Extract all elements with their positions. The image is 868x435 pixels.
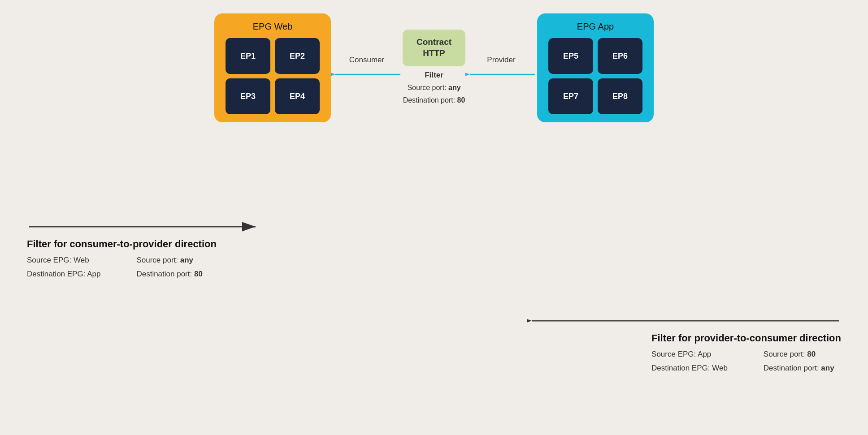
ptc-source-port: Source port: 80 [764,348,834,362]
ptc-source-epg: Source EPG: App [651,348,728,362]
epg-app-box: EPG App EP5 EP6 EP7 EP8 [537,13,654,122]
provider-to-consumer-section: Filter for provider-to-consumer directio… [27,314,841,375]
ptc-arrow-svg [527,314,841,328]
filter-info: Filter Source port: any Destination port… [403,69,465,106]
epg-web-title: EPG Web [253,22,293,32]
ctp-source-epg: Source EPG: Web [27,254,100,267]
consumer-label: Consumer [349,56,384,65]
ptc-left-col: Source EPG: App Destination EPG: Web [651,348,728,375]
ep6-cell: EP6 [598,38,642,74]
epg-app-grid: EP5 EP6 EP7 EP8 [548,38,642,114]
epg-app-title: EPG App [577,22,614,32]
consumer-to-provider-section: Filter for consumer-to-provider directio… [27,220,841,281]
ctp-source-port: Source port: any [136,254,202,267]
ep2-cell: EP2 [275,38,320,74]
ep8-cell: EP8 [598,78,642,114]
ptc-content: Filter for provider-to-consumer directio… [651,332,841,375]
ctp-dest-epg: Destination EPG: App [27,267,100,281]
ep3-cell: EP3 [226,78,270,114]
ctp-dest-port: Destination port: 80 [136,267,202,281]
provider-label: Provider [487,56,515,65]
filter-label: Filter [403,69,465,82]
consumer-arrow-area: Consumer [331,56,403,81]
provider-arrow-svg [465,68,537,81]
filter-source-port: Source port: any [403,82,465,94]
ctp-arrow-svg [27,220,260,234]
ptc-arrow-row [27,314,841,328]
ptc-right-col: Source port: 80 Destination port: any [764,348,834,375]
ctp-details: Source EPG: Web Destination EPG: App Sou… [27,254,841,281]
ep7-cell: EP7 [548,78,593,114]
ptc-dest-port: Destination port: any [764,362,834,375]
ep5-cell: EP5 [548,38,593,74]
filter-dest-port: Destination port: 80 [403,94,465,106]
ep1-cell: EP1 [226,38,270,74]
ctp-right-col: Source port: any Destination port: 80 [136,254,202,281]
contract-title: ContractHTTP [415,37,453,59]
epg-web-box: EPG Web EP1 EP2 EP3 EP4 [214,13,331,122]
provider-arrow-area: Provider [465,56,537,81]
consumer-arrow-svg [331,68,403,81]
ctp-title: Filter for consumer-to-provider directio… [27,238,841,250]
ctp-left-col: Source EPG: Web Destination EPG: App [27,254,100,281]
ep4-cell: EP4 [275,78,320,114]
ptc-details: Source EPG: App Destination EPG: Web Sou… [651,348,841,375]
contract-box: ContractHTTP [403,30,465,66]
ptc-dest-epg: Destination EPG: Web [651,362,728,375]
ctp-arrow-row [27,220,841,234]
epg-web-grid: EP1 EP2 EP3 EP4 [226,38,320,114]
ptc-title: Filter for provider-to-consumer directio… [651,332,841,344]
contract-filter-col: ContractHTTP Filter Source port: any Des… [403,30,465,106]
